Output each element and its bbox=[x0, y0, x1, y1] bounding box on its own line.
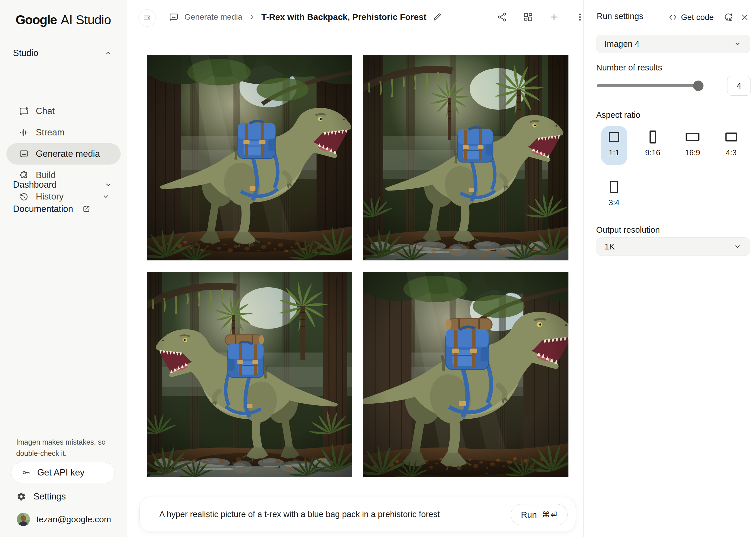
account-row[interactable]: tezan@google.com bbox=[17, 512, 111, 527]
model-select-value: Imagen 4 bbox=[605, 39, 639, 49]
apps-grid-button[interactable] bbox=[520, 9, 536, 25]
prompt-input[interactable]: A hyper realistic picture of a t-rex wit… bbox=[159, 497, 440, 531]
reset-settings-button[interactable] bbox=[720, 9, 737, 25]
get-api-key-label: Get API key bbox=[37, 468, 85, 478]
avatar bbox=[17, 513, 30, 526]
code-icon bbox=[668, 13, 677, 22]
new-prompt-icon bbox=[549, 12, 559, 22]
chevron-down-icon bbox=[733, 40, 742, 48]
build-icon bbox=[19, 170, 29, 180]
get-code-button[interactable]: Get code bbox=[668, 9, 714, 25]
menu-open-icon bbox=[143, 14, 151, 22]
results-slider-thumb[interactable] bbox=[693, 81, 703, 91]
run-label: Run bbox=[521, 510, 537, 520]
sidebar-item-documentation[interactable]: Documentation bbox=[13, 204, 91, 214]
results-value-input[interactable]: 4 bbox=[727, 76, 751, 96]
aspect-option-label: 4:3 bbox=[726, 148, 737, 157]
aspect-option-1-1[interactable]: 1:1 bbox=[600, 129, 628, 157]
gear-icon bbox=[17, 492, 26, 501]
model-disclaimer: Imagen makes mistakes, so double-check i… bbox=[16, 436, 111, 459]
edit-title-icon[interactable] bbox=[432, 12, 442, 22]
logo-ai-studio: AI Studio bbox=[61, 13, 111, 27]
close-panel-button[interactable] bbox=[737, 9, 753, 25]
external-link-icon bbox=[82, 205, 91, 213]
reset-settings-icon bbox=[723, 13, 733, 22]
header-actions bbox=[494, 0, 588, 34]
aspect-ratio-icon bbox=[610, 181, 618, 193]
aspect-option-3-4[interactable]: 3:4 bbox=[600, 179, 628, 207]
aspect-option-4-3[interactable]: 4:3 bbox=[717, 129, 746, 157]
sidebar-item-label: Stream bbox=[36, 127, 65, 138]
dashboard-section-label: Dashboard bbox=[13, 180, 57, 190]
key-icon bbox=[21, 468, 31, 477]
aspect-ratio-icon bbox=[650, 131, 656, 144]
aspect-option-label: 3:4 bbox=[609, 198, 620, 207]
sidebar-item-settings[interactable]: Settings bbox=[17, 489, 66, 504]
aspect-option-label: 16:9 bbox=[685, 148, 700, 157]
new-prompt-button[interactable] bbox=[546, 9, 562, 25]
sidebar-item-label: Generate media bbox=[36, 149, 100, 159]
settings-label: Settings bbox=[33, 491, 66, 502]
sidebar-item-label: Build bbox=[36, 170, 56, 181]
media-icon bbox=[169, 12, 179, 22]
collapse-sidebar-button[interactable] bbox=[138, 9, 156, 26]
chat-icon bbox=[19, 106, 29, 116]
aspect-ratio-label: Aspect ratio bbox=[596, 110, 640, 120]
output-resolution-label: Output resolution bbox=[596, 225, 660, 235]
number-of-results-label: Number of results bbox=[596, 63, 662, 72]
chevron-right-icon bbox=[248, 13, 256, 21]
studio-section-label: Studio bbox=[13, 48, 38, 58]
output-resolution-value: 1K bbox=[605, 242, 615, 251]
account-email: tezan@google.com bbox=[36, 515, 111, 524]
prompt-bar[interactable]: A hyper realistic picture of a t-rex wit… bbox=[139, 497, 576, 532]
run-button[interactable]: Run ⌘⏎ bbox=[511, 504, 568, 525]
chevron-down-icon bbox=[104, 181, 113, 189]
run-shortcut: ⌘⏎ bbox=[542, 510, 557, 519]
aspect-option-label: 9:16 bbox=[645, 148, 661, 157]
chevron-down-icon bbox=[733, 242, 742, 251]
breadcrumb-generate-media[interactable]: Generate media bbox=[184, 13, 243, 21]
app-logo[interactable]: Google AI Studio bbox=[16, 13, 111, 27]
aspect-option-label: 1:1 bbox=[609, 148, 620, 157]
apps-grid-icon bbox=[523, 12, 533, 22]
stream-icon bbox=[19, 128, 29, 138]
run-settings-title: Run settings bbox=[597, 12, 643, 21]
sidebar-item-stream[interactable]: Stream bbox=[6, 122, 121, 143]
sidebar: Google AI Studio Studio ChatStreamGenera… bbox=[0, 0, 127, 537]
aspect-option-9-16[interactable]: 9:16 bbox=[638, 129, 667, 157]
output-resolution-select[interactable]: 1K bbox=[596, 237, 750, 256]
results-slider-track[interactable] bbox=[597, 84, 702, 87]
chevron-up-icon bbox=[104, 49, 113, 58]
get-api-key-button[interactable]: Get API key bbox=[11, 462, 115, 483]
google-ai-studio-app: { "logo": {"part1": "Google", "part2": "… bbox=[0, 0, 756, 537]
sidebar-section-dashboard[interactable]: Dashboard bbox=[13, 180, 113, 190]
aspect-ratio-icon bbox=[609, 132, 619, 142]
aspect-ratio-icon bbox=[725, 133, 737, 142]
generated-image-4[interactable] bbox=[363, 272, 568, 477]
sidebar-section-studio[interactable]: Studio bbox=[13, 48, 113, 58]
sidebar-divider bbox=[127, 0, 127, 537]
generated-image-2[interactable] bbox=[363, 55, 568, 261]
generated-image-1[interactable] bbox=[147, 55, 352, 261]
model-select[interactable]: Imagen 4 bbox=[596, 35, 750, 53]
sidebar-item-generate-media[interactable]: Generate media bbox=[6, 143, 121, 165]
breadcrumb: Generate media T-Rex with Backpack, Preh… bbox=[169, 0, 442, 34]
share-button[interactable] bbox=[494, 9, 510, 25]
get-code-label: Get code bbox=[681, 13, 714, 22]
sidebar-item-label: Chat bbox=[36, 106, 55, 116]
history-icon bbox=[19, 192, 29, 201]
close-icon bbox=[740, 13, 750, 22]
aspect-option-16-9[interactable]: 16:9 bbox=[678, 129, 707, 157]
generated-image-3[interactable] bbox=[147, 272, 352, 477]
share-icon bbox=[497, 12, 507, 22]
documentation-label: Documentation bbox=[13, 204, 73, 214]
chevron-down-icon bbox=[101, 192, 110, 201]
logo-google: Google bbox=[16, 13, 57, 27]
sidebar-item-chat[interactable]: Chat bbox=[6, 101, 121, 122]
page-title: T-Rex with Backpack, Prehistoric Forest bbox=[261, 12, 427, 22]
studio-nav: ChatStreamGenerate mediaBuildHistory bbox=[6, 101, 121, 207]
sidebar-item-label: History bbox=[36, 191, 63, 202]
aspect-ratio-icon bbox=[686, 133, 699, 141]
media-icon bbox=[19, 149, 29, 159]
